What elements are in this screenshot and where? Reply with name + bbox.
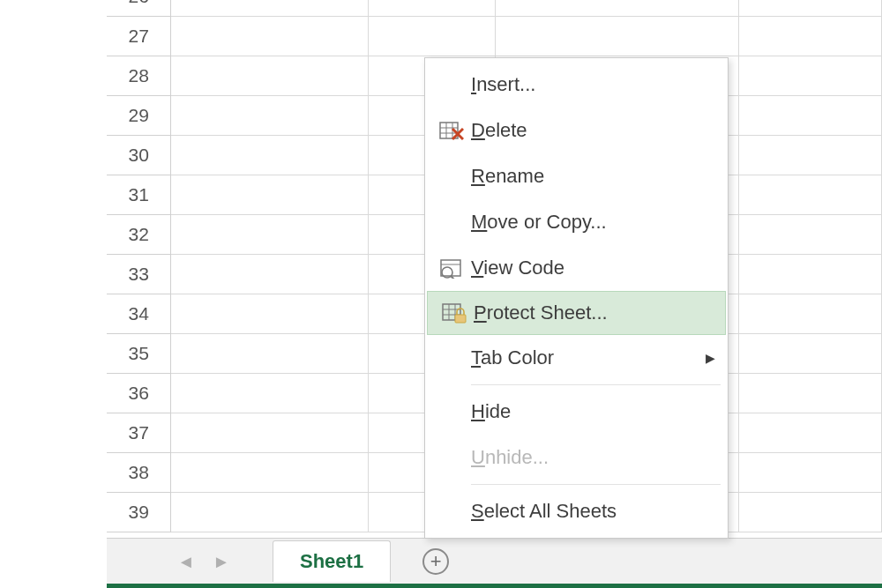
sheet-tab-context-menu: Insert... Delete Rename Move or Copy... bbox=[424, 57, 729, 539]
cell[interactable] bbox=[739, 334, 882, 374]
cell[interactable] bbox=[171, 215, 369, 255]
plus-icon: + bbox=[430, 552, 442, 571]
row-header[interactable]: 32 bbox=[107, 215, 171, 255]
cell[interactable] bbox=[171, 96, 369, 136]
cell[interactable] bbox=[739, 374, 882, 413]
row-header[interactable]: 37 bbox=[107, 413, 171, 453]
row-header[interactable]: 30 bbox=[107, 136, 171, 175]
cell[interactable] bbox=[496, 17, 739, 56]
menu-tab-color[interactable]: Tab Color ▶ bbox=[425, 335, 728, 381]
menu-insert[interactable]: Insert... bbox=[425, 62, 728, 108]
cell[interactable] bbox=[496, 0, 739, 17]
menu-tab-color-label: Tab Color bbox=[471, 346, 706, 369]
tab-nav-prev[interactable]: ◄ bbox=[168, 552, 204, 572]
row-header[interactable]: 33 bbox=[107, 255, 171, 294]
cell[interactable] bbox=[171, 17, 369, 56]
menu-protect-sheet[interactable]: Protect Sheet... bbox=[427, 291, 726, 335]
cell[interactable] bbox=[739, 96, 882, 136]
row-header[interactable]: 35 bbox=[107, 334, 171, 374]
menu-rename-label: Rename bbox=[471, 165, 715, 188]
accent-bar bbox=[107, 584, 882, 588]
cell[interactable] bbox=[171, 294, 369, 334]
tab-nav-next[interactable]: ► bbox=[204, 552, 239, 572]
cell[interactable] bbox=[739, 56, 882, 96]
cell[interactable] bbox=[171, 56, 369, 96]
menu-separator bbox=[471, 484, 721, 485]
cell[interactable] bbox=[171, 0, 369, 17]
row-header[interactable]: 29 bbox=[107, 96, 171, 136]
cell[interactable] bbox=[739, 175, 882, 215]
cell[interactable] bbox=[369, 0, 497, 17]
menu-protect-sheet-label: Protect Sheet... bbox=[474, 301, 713, 324]
row-header[interactable]: 31 bbox=[107, 175, 171, 215]
row-header[interactable]: 27 bbox=[107, 17, 171, 56]
menu-unhide-label: Unhide... bbox=[471, 446, 715, 469]
menu-move-or-copy[interactable]: Move or Copy... bbox=[425, 199, 728, 245]
cell[interactable] bbox=[171, 334, 369, 374]
cell[interactable] bbox=[171, 493, 369, 532]
cell[interactable] bbox=[739, 294, 882, 334]
sheet-tab-active[interactable]: Sheet1 bbox=[273, 540, 391, 582]
row-header[interactable]: 36 bbox=[107, 374, 171, 413]
grid-row: 26 bbox=[107, 0, 882, 17]
menu-select-all-label: Select All Sheets bbox=[471, 500, 715, 523]
cell[interactable] bbox=[171, 413, 369, 453]
cell[interactable] bbox=[171, 453, 369, 493]
sheet-tab-bar: ◄ ► Sheet1 + bbox=[107, 538, 882, 584]
cell[interactable] bbox=[171, 374, 369, 413]
view-code-icon bbox=[432, 257, 471, 279]
row-header[interactable]: 26 bbox=[107, 0, 171, 17]
row-header[interactable]: 34 bbox=[107, 294, 171, 334]
menu-hide[interactable]: Hide bbox=[425, 389, 728, 435]
cell[interactable] bbox=[171, 255, 369, 294]
svg-rect-16 bbox=[455, 315, 466, 323]
new-sheet-button[interactable]: + bbox=[422, 548, 449, 575]
cell[interactable] bbox=[171, 175, 369, 215]
protect-sheet-icon bbox=[435, 302, 474, 324]
cell[interactable] bbox=[739, 493, 882, 532]
grid-row: 27 bbox=[107, 17, 882, 56]
cell[interactable] bbox=[171, 136, 369, 175]
menu-rename[interactable]: Rename bbox=[425, 153, 728, 199]
delete-sheet-icon bbox=[432, 120, 471, 141]
menu-separator bbox=[471, 384, 721, 385]
cell[interactable] bbox=[739, 17, 882, 56]
menu-view-code-label: View Code bbox=[471, 257, 715, 279]
cell[interactable] bbox=[739, 215, 882, 255]
submenu-arrow-icon: ▶ bbox=[706, 351, 715, 365]
menu-select-all-sheets[interactable]: Select All Sheets bbox=[425, 488, 728, 534]
row-header[interactable]: 39 bbox=[107, 493, 171, 532]
cell[interactable] bbox=[739, 136, 882, 175]
menu-delete-label: Delete bbox=[471, 119, 715, 142]
cell[interactable] bbox=[739, 0, 882, 17]
menu-hide-label: Hide bbox=[471, 400, 715, 423]
cell[interactable] bbox=[739, 255, 882, 294]
cell[interactable] bbox=[369, 17, 497, 56]
row-header[interactable]: 38 bbox=[107, 453, 171, 493]
menu-insert-label: Insert... bbox=[471, 73, 715, 96]
cell[interactable] bbox=[739, 453, 882, 493]
menu-unhide: Unhide... bbox=[425, 435, 728, 480]
menu-delete[interactable]: Delete bbox=[425, 108, 728, 153]
menu-move-copy-label: Move or Copy... bbox=[471, 211, 715, 234]
row-header[interactable]: 28 bbox=[107, 56, 171, 96]
cell[interactable] bbox=[739, 413, 882, 453]
menu-view-code[interactable]: View Code bbox=[425, 245, 728, 291]
